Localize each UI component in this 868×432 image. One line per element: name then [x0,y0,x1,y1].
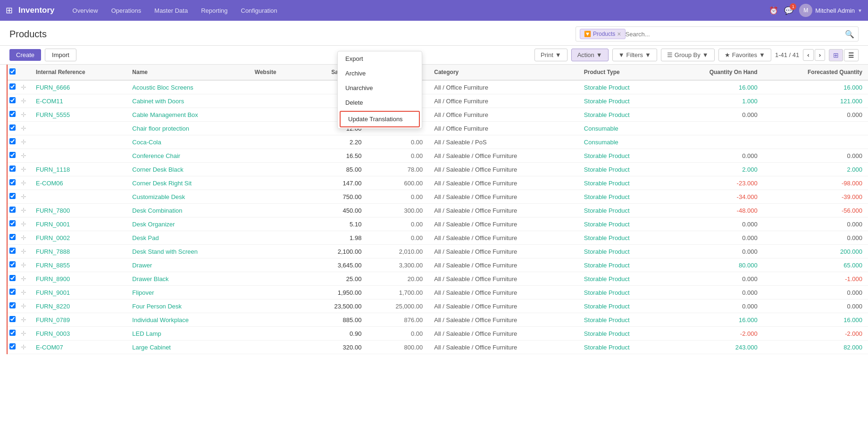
row-checkbox[interactable] [9,316,16,322]
row-internal-ref[interactable]: FURN_1118 [36,166,70,173]
row-name[interactable]: Corner Desk Right Sit [132,180,192,187]
user-menu[interactable]: M Mitchell Admin ▼ [799,4,862,17]
row-internal-ref[interactable]: FURN_8900 [36,275,70,282]
drag-handle-icon[interactable]: ✛ [21,302,26,310]
row-checkbox[interactable] [9,152,16,158]
row-product-type[interactable]: Storable Product [584,111,630,118]
row-product-type[interactable]: Storable Product [584,248,630,255]
favorites-button[interactable]: ★ Favorites ▼ [718,49,771,61]
row-name[interactable]: Flipover [132,289,154,296]
row-name[interactable]: Desk Pad [132,234,159,241]
row-internal-ref[interactable]: FURN_0789 [36,316,70,324]
list-view-button[interactable]: ☰ [844,49,859,61]
row-name[interactable]: LED Lamp [132,330,161,337]
row-checkbox[interactable] [9,111,16,117]
row-product-type[interactable]: Storable Product [584,289,630,296]
row-name[interactable]: Acoustic Bloc Screens [132,84,193,91]
drag-handle-icon[interactable]: ✛ [21,330,26,337]
row-name[interactable]: Desk Organizer [132,221,175,228]
row-product-type[interactable]: Storable Product [584,330,630,337]
row-checkbox[interactable] [9,125,16,131]
row-name[interactable]: Desk Combination [132,207,182,214]
drag-handle-icon[interactable]: ✛ [21,193,26,200]
drag-handle-icon[interactable]: ✛ [21,97,26,105]
header-product-type[interactable]: Product Type [578,65,669,80]
row-product-type[interactable]: Storable Product [584,152,630,159]
drag-handle-icon[interactable]: ✛ [21,343,26,351]
row-internal-ref[interactable]: FURN_6666 [36,84,70,91]
unarchive-item[interactable]: Unarchive [338,81,422,95]
drag-handle-icon[interactable]: ✛ [21,207,26,214]
row-internal-ref[interactable]: FURN_7888 [36,248,70,255]
header-category[interactable]: Category [428,65,578,80]
next-page-button[interactable]: › [815,49,825,61]
row-product-type[interactable]: Storable Product [584,98,630,105]
row-internal-ref[interactable]: FURN_8220 [36,303,70,310]
row-checkbox[interactable] [9,166,16,172]
row-checkbox[interactable] [9,234,16,240]
row-checkbox[interactable] [9,138,16,144]
row-internal-ref[interactable]: E-COM11 [36,98,63,105]
drag-handle-icon[interactable]: ✛ [21,166,26,173]
row-name[interactable]: Coca-Cola [132,139,161,146]
drag-handle-icon[interactable]: ✛ [21,125,26,132]
drag-handle-icon[interactable]: ✛ [21,179,26,187]
row-product-type[interactable]: Storable Product [584,344,630,351]
filters-button[interactable]: ▼ Filters ▼ [612,49,657,61]
search-filter-tag[interactable]: 🔽 Products × [580,29,626,39]
row-checkbox[interactable] [9,97,16,103]
header-forecasted-qty[interactable]: Forecasted Quantity [763,65,868,80]
header-qty-on-hand[interactable]: Quantity On Hand [669,65,763,80]
row-name[interactable]: Desk Stand with Screen [132,248,198,255]
header-name[interactable]: Name [126,65,249,80]
row-name[interactable]: Conference Chair [132,152,180,159]
archive-item[interactable]: Archive [338,66,422,81]
row-internal-ref[interactable]: FURN_9001 [36,289,70,296]
group-by-button[interactable]: ☰ Group By ▼ [661,49,715,61]
drag-handle-icon[interactable]: ✛ [21,220,26,228]
row-product-type[interactable]: Storable Product [584,303,630,310]
row-product-type[interactable]: Storable Product [584,193,630,200]
row-name[interactable]: Four Person Desk [132,303,182,310]
row-product-type[interactable]: Storable Product [584,221,630,228]
row-internal-ref[interactable]: FURN_8855 [36,262,70,269]
row-name[interactable]: Drawer Black [132,275,168,282]
row-name[interactable]: Drawer [132,262,152,269]
drag-handle-icon[interactable]: ✛ [21,138,26,146]
nav-reporting[interactable]: Reporting [196,5,232,16]
row-internal-ref[interactable]: FURN_0002 [36,234,70,241]
nav-operations[interactable]: Operations [107,5,146,16]
row-internal-ref[interactable]: FURN_7800 [36,207,70,214]
create-button[interactable]: Create [9,49,41,61]
row-checkbox[interactable] [9,83,16,90]
row-internal-ref[interactable]: E-COM06 [36,180,63,187]
row-product-type[interactable]: Consumable [584,139,618,146]
row-product-type[interactable]: Storable Product [584,234,630,241]
header-website[interactable]: Website [249,65,301,80]
row-checkbox[interactable] [9,193,16,199]
row-name[interactable]: Corner Desk Black [132,166,183,173]
row-product-type[interactable]: Storable Product [584,207,630,214]
row-checkbox[interactable] [9,275,16,281]
row-checkbox[interactable] [9,207,16,213]
row-name[interactable]: Cable Management Box [132,111,198,118]
row-checkbox[interactable] [9,248,16,254]
row-checkbox[interactable] [9,343,16,349]
row-name[interactable]: Individual Workplace [132,316,189,324]
nav-overview[interactable]: Overview [68,5,103,16]
chat-icon[interactable]: 💬 1 [784,6,793,15]
action-button[interactable]: Action ▼ [571,49,609,61]
row-product-type[interactable]: Storable Product [584,84,630,91]
row-checkbox[interactable] [9,330,16,336]
row-checkbox[interactable] [9,289,16,295]
update-translations-item[interactable]: Update Translations [340,111,420,127]
drag-handle-icon[interactable]: ✛ [21,111,26,118]
drag-handle-icon[interactable]: ✛ [21,248,26,255]
drag-handle-icon[interactable]: ✛ [21,261,26,269]
row-checkbox[interactable] [9,220,16,226]
row-product-type[interactable]: Storable Product [584,316,630,324]
row-product-type[interactable]: Consumable [584,125,618,132]
row-product-type[interactable]: Storable Product [584,180,630,187]
row-product-type[interactable]: Storable Product [584,166,630,173]
row-internal-ref[interactable]: FURN_0001 [36,221,70,228]
